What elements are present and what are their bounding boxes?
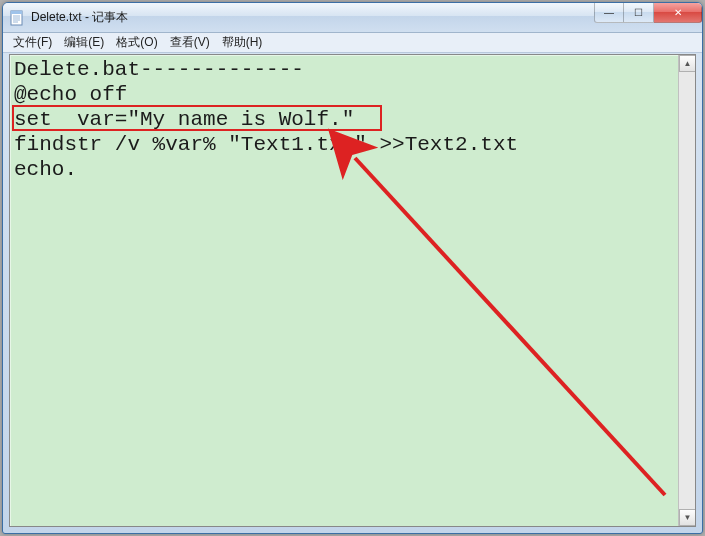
chevron-up-icon: ▲: [684, 59, 692, 68]
scroll-down-button[interactable]: ▼: [679, 509, 696, 526]
titlebar[interactable]: Delete.txt - 记事本 — ☐ ✕: [3, 3, 702, 33]
vertical-scrollbar[interactable]: ▲ ▼: [678, 55, 695, 526]
scroll-up-button[interactable]: ▲: [679, 55, 696, 72]
close-button[interactable]: ✕: [654, 3, 702, 23]
menubar: 文件(F) 编辑(E) 格式(O) 查看(V) 帮助(H): [3, 33, 702, 53]
editor-line-4: findstr /v %var% "Text1.txt" >>Text2.txt: [14, 133, 518, 156]
editor-line-1: Delete.bat-------------: [14, 58, 304, 81]
editor-line-5: echo.: [14, 158, 77, 181]
svg-rect-1: [11, 11, 22, 14]
minimize-button[interactable]: —: [594, 3, 624, 23]
window-controls: — ☐ ✕: [594, 3, 702, 23]
close-icon: ✕: [674, 7, 682, 18]
notepad-window: Delete.txt - 记事本 — ☐ ✕ 文件(F) 编辑(E) 格式(O)…: [2, 2, 703, 534]
minimize-icon: —: [604, 7, 614, 18]
menu-view[interactable]: 查看(V): [164, 33, 216, 52]
notepad-icon: [9, 10, 25, 26]
chevron-down-icon: ▼: [684, 513, 692, 522]
editor-frame: Delete.bat------------- @echo off set va…: [9, 54, 696, 527]
editor-line-2: @echo off: [14, 83, 127, 106]
menu-help[interactable]: 帮助(H): [216, 33, 269, 52]
menu-edit[interactable]: 编辑(E): [58, 33, 110, 52]
menu-format[interactable]: 格式(O): [110, 33, 163, 52]
editor-line-3: set var="My name is Wolf.": [14, 108, 354, 131]
menu-file[interactable]: 文件(F): [7, 33, 58, 52]
maximize-button[interactable]: ☐: [624, 3, 654, 23]
text-editor[interactable]: Delete.bat------------- @echo off set va…: [10, 55, 695, 526]
maximize-icon: ☐: [634, 7, 643, 18]
